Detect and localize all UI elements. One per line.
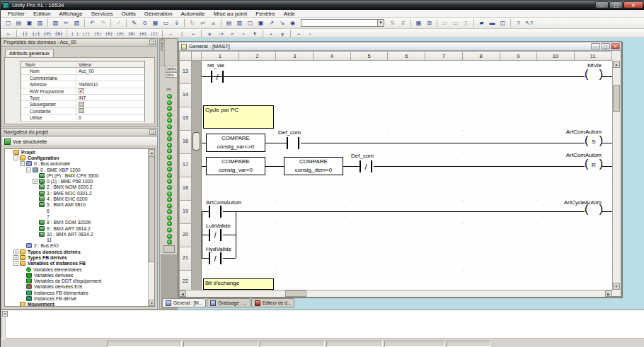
rung-16-selection-handle[interactable] [192,132,200,151]
compare-block-consig-var-ne-0[interactable]: COMPARE consig_var<>0 [206,134,265,152]
scroll-down-icon[interactable]: ▼ [149,300,155,306]
structural-view-icon[interactable] [4,139,11,145]
functional-view-icon[interactable]: ▥ [235,18,245,28]
minimize-button[interactable]: — [595,1,609,8]
maximize-button[interactable]: ▢ [609,1,623,8]
ladder-vertical-scrollbar[interactable]: ▲ ▼ [612,61,620,290]
reset-coil-artcomautom[interactable]: (R) [585,160,603,172]
tree-item-configuration[interactable]: −Configuration [5,155,146,160]
tree-item-0-bme-xbp-1200[interactable]: −0 : BME XBP 1200 [5,167,146,172]
tree-item-9-bmx-art-0814-2[interactable]: 9 : BMX ART 0814.2 [5,225,146,231]
select-arrow-icon[interactable]: ▷ [4,30,14,37]
coil-set-icon[interactable]: (S) [93,30,103,37]
contact-no-def-com[interactable] [287,137,299,149]
rung-number-20[interactable]: 20 [179,224,192,247]
coil-bitvie[interactable]: () [585,70,603,83]
checkbox-disabled-icon[interactable] [79,102,84,107]
background-window-strip[interactable]: Editeur tables libre om [159,38,178,310]
download-icon[interactable]: ⇓ [172,18,182,28]
halt-coil-icon[interactable]: (H) [138,30,149,37]
tree-item-8-bmx-ddm-3202k[interactable]: 8 : BMX DDM 3202K [5,220,146,225]
rung-number-21[interactable]: 21 [179,247,192,271]
project-navigator-titlebar[interactable]: Navigateur du projet ❏ [1,129,157,136]
tree-item-instances-fb-d-riv[interactable]: Instances FB dérivé [5,295,146,301]
child-close-button[interactable]: ✕ [611,43,620,49]
child-minimize-button[interactable]: — [591,43,600,49]
coil-p-icon[interactable]: (P) [115,30,126,37]
tree-item-10-bmx-art-0814-2[interactable]: 10 : BMX ART 0814.2 [5,231,146,237]
property-value[interactable] [76,108,144,114]
tree-item-variables-d-riv-es-e-s[interactable]: Variables dérivées E/S [5,284,146,290]
import-icon[interactable]: ↗ [267,18,277,28]
contact-nc-hydvalide[interactable]: / [209,252,222,264]
chevron-down-icon[interactable]: ▼ [377,20,384,26]
ladder-horizontal-scrollbar[interactable]: ◀ ▶ [179,290,612,297]
tab-editeur-de-d[interactable]: Editeur de d... [251,298,294,307]
tree-item-variables-d-riv-es[interactable]: Variables dérivées [5,272,146,278]
tree-item-types-donn-es-d-riv-s[interactable]: +Types données dérivés [5,249,146,254]
variables-icon[interactable]: ⊞ [425,18,435,28]
rung-number-14[interactable]: 14 [179,84,192,107]
open-project-icon[interactable]: ▤ [14,18,24,28]
coil-neg-icon[interactable]: (/) [81,30,92,37]
menu-services[interactable]: Services [87,11,117,17]
layer-icon[interactable]: ▰ [477,18,487,28]
zoom-icon[interactable]: ⊙ [140,18,150,28]
collapse-icon[interactable]: − [26,167,31,172]
tab-general-m[interactable]: General : [M... [162,298,206,307]
menu-fichier[interactable]: Fichier [4,11,29,17]
tree-item-variables-l-mentaires[interactable]: Variables élémentaires [5,266,146,272]
label-icon[interactable]: ¶ [250,30,260,37]
menu-edition[interactable]: Edition [29,11,54,17]
coil-icon[interactable]: ( ) [70,30,81,37]
tree-item-mouvement[interactable]: Mouvement [5,302,146,307]
contact-nc-icon[interactable]: ┤/├ [31,30,42,37]
contact-nc-ret-vie[interactable]: / [211,71,224,83]
contact-no-icon[interactable]: ┤├ [20,30,30,37]
comment-bit-echange[interactable]: Bit d'echange [203,278,274,290]
scrollbar-thumb[interactable] [285,290,306,297]
collapse-icon[interactable]: − [13,155,18,160]
rung-number-13[interactable]: 13 [179,61,192,84]
checkbox-checked-icon[interactable]: ✔ [79,88,84,93]
menu-mise-au-point[interactable]: Mise au point [209,11,252,17]
save-project-icon[interactable]: ▣ [25,18,35,28]
tree-item-6[interactable]: 6 [5,208,146,213]
tree-item-variables-et-instances-fb[interactable]: −Variables et instances FB [5,261,146,266]
tree-item-p-p-bmx-cps-3500[interactable]: (P) (P) : BMX CPS 3500 [5,172,146,178]
coil-n-icon[interactable]: (N) [127,30,137,37]
ladder-grid[interactable]: ret_vie / bitVie () Cycle par PC COMPARE… [202,61,612,290]
contact-n-icon[interactable]: ┤N├ [54,30,64,37]
navigator-scrollbar[interactable]: ▲ ▼ [148,149,154,306]
compare-block-consig-dem-eq-0[interactable]: COMPARE consig_dem=0 [284,157,343,175]
tree-item-projet[interactable]: Projet [5,149,146,155]
menu-automate[interactable]: Automate [176,11,209,17]
tree-item-4-bmx-ehc-0200[interactable]: 4 : BMX EHC 0200 [5,196,146,201]
operate-block-icon[interactable]: := [216,30,226,37]
collapse-icon[interactable]: − [20,161,25,166]
tab-attributs-generaux[interactable]: Attributs généraux [5,49,54,57]
hline-icon[interactable]: — [166,30,176,37]
title-bar[interactable]: Unity Pro XL : 16534 — ▢ ✕ [1,1,644,10]
panel-restore-icon[interactable]: ❏ [149,40,156,45]
tree-item-types-fb-d-riv-s[interactable]: +Types FB dérivés [5,254,146,260]
comment-cycle-par-pc[interactable]: Cycle par PC [203,105,274,129]
expand-icon[interactable]: + [33,179,38,184]
contact-nc-lubvalide[interactable]: / [209,229,222,241]
scroll-down-icon[interactable]: ▼ [613,283,620,290]
call-coil-icon[interactable]: (C) [149,30,160,37]
hmi-view-icon[interactable]: ▣ [256,18,266,28]
menu-affichage[interactable]: Affichage [54,11,86,17]
branch-icon[interactable]: ╦ [277,30,288,37]
data-properties-titlebar[interactable]: Propriétés des données : Acc_00 ❏ [1,39,157,47]
paste-icon[interactable]: ▧ [51,18,61,28]
menu-outils[interactable]: Outils [117,11,139,17]
collapse-icon[interactable]: − [13,261,18,266]
expand-icon[interactable]: + [13,255,18,260]
coil-artcycleautom[interactable]: () [585,205,603,218]
undo-icon[interactable]: ↶ [88,18,98,28]
contact-nc-def-com[interactable]: / [360,160,372,172]
cut-icon[interactable]: ✂ [62,18,71,28]
menu-aide[interactable]: Aide [280,11,299,17]
contact-p-icon[interactable]: ┤P├ [42,30,53,37]
